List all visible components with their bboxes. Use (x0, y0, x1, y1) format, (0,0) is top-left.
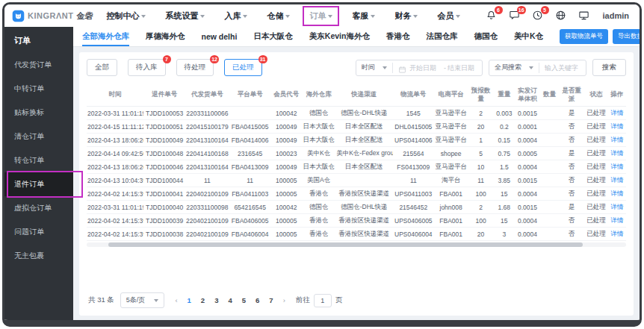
sidebar-item-9[interactable]: 无主包裹 (4, 244, 73, 268)
warehouse-tab-2[interactable]: 厚德海外仓 (146, 27, 185, 46)
cell: 美中K仓-Fedex ground (335, 147, 392, 160)
keyword-input[interactable] (539, 64, 586, 72)
detail-link[interactable]: 详情 (608, 107, 626, 120)
cell: 2316545 (229, 147, 271, 160)
cell: 0.0004 (515, 134, 541, 147)
cell (540, 174, 558, 187)
prev-page-button[interactable]: ‹ (175, 296, 177, 304)
sidebar-item-7[interactable]: 虚拟仓订单 (4, 196, 73, 220)
clock-icon[interactable]: 5 (532, 10, 544, 22)
action-button-1[interactable]: 获取物流单号 (560, 29, 608, 44)
warehouse-tab-3[interactable]: new delhi (202, 27, 238, 46)
search-scope-select[interactable]: 全局搜索 (489, 63, 539, 72)
message-badge: 16 (517, 6, 526, 14)
page-button-5[interactable]: 5 (242, 296, 246, 304)
page-button-2[interactable]: 2 (201, 296, 205, 304)
nav-item-label: 入库 (224, 10, 241, 22)
detail-link[interactable]: 详情 (608, 228, 626, 241)
cell: 100 (468, 214, 494, 228)
nav-item-label: 财务 (394, 10, 411, 22)
cell: 220331100066 (185, 107, 229, 120)
cell: 2022-04-13 10:04:39 (87, 174, 143, 187)
cell: 香港仓 (302, 228, 335, 241)
sidebar-item-5[interactable]: 转仓订单 (4, 148, 73, 172)
detail-link[interactable]: 详情 (608, 201, 626, 214)
sidebar-item-1[interactable]: 代发货订单 (4, 53, 73, 77)
nav-item-label: 系统设置 (165, 10, 198, 22)
cell: 100049 (270, 160, 302, 174)
warehouse-tab-9[interactable]: 美中K仓 (514, 27, 543, 46)
next-page-button[interactable]: › (283, 296, 285, 304)
horizontal-scrollbar[interactable] (87, 242, 626, 247)
app-window: KINGRΛNT 金砦 控制中心系统设置入库仓储订单客服财务会员 6 16 5 (2, 2, 642, 327)
sidebar-item-2[interactable]: 中转订单 (4, 77, 73, 101)
sidebar-item-8[interactable]: 问题订单 (4, 220, 73, 244)
cell: UPS0406004 (393, 228, 435, 241)
date-filter-group: 时间 - (356, 60, 483, 76)
search-button[interactable]: 搜索 (592, 59, 626, 76)
cell: 2 (468, 107, 494, 120)
detail-link[interactable]: 详情 (608, 214, 626, 228)
sidebar-item-6[interactable]: 退件订单 (4, 172, 73, 196)
date-start-input[interactable] (409, 64, 442, 72)
sidebar: 订单 代发货订单中转订单贴标换标清仓订单转仓订单退件订单虚拟仓订单问题订单无主包… (4, 27, 73, 320)
sidebar-item-4[interactable]: 清仓订单 (4, 125, 73, 148)
cell: 日本大阪仓 (302, 134, 335, 147)
detail-link[interactable]: 详情 (608, 160, 626, 174)
detail-link[interactable]: 详情 (608, 120, 626, 134)
status-filter-3[interactable]: 待处理12 (176, 59, 214, 76)
status-filter-2[interactable]: 待入库7 (128, 59, 166, 76)
filter-badge: 7 (163, 55, 171, 63)
page-size-select[interactable]: 5条/页 (120, 292, 165, 308)
monitor-icon[interactable] (578, 10, 590, 22)
page-button-1[interactable]: 1 (188, 296, 191, 304)
action-button-2[interactable]: 导出数据 (613, 29, 642, 44)
nav-item-4[interactable]: 仓储 (267, 10, 290, 22)
globe-icon[interactable] (555, 10, 567, 22)
date-end-input[interactable] (448, 64, 482, 72)
goto-page-input[interactable] (314, 294, 332, 307)
cell: TJDD100048 (143, 147, 185, 160)
nav-item-6[interactable]: 客服 (352, 10, 375, 22)
nav-item-8[interactable]: 会员 (437, 10, 460, 22)
cell: 15 (494, 187, 515, 201)
nav-item-5[interactable]: 订单 (309, 10, 332, 22)
cell: 日本大阪仓 (302, 120, 335, 134)
warehouse-tab-5[interactable]: 美东Kevin海外仓 (309, 27, 370, 46)
detail-link[interactable]: 详情 (608, 134, 626, 147)
cell (540, 107, 558, 120)
message-icon[interactable]: 16 (509, 10, 521, 22)
status-filter-1[interactable]: 全部 (87, 59, 117, 76)
status-filter-4[interactable]: 已处理31 (224, 59, 262, 76)
detail-link[interactable]: 详情 (608, 147, 626, 160)
page-button-4[interactable]: 4 (228, 296, 232, 304)
nav-item-2[interactable]: 系统设置 (165, 10, 205, 22)
page-button-7[interactable]: 7 (269, 296, 273, 304)
cell: 0.0001 (515, 120, 541, 134)
nav-item-3[interactable]: 入库 (224, 10, 247, 22)
calendar-icon (398, 63, 406, 72)
warehouse-tab-6[interactable]: 香港仓 (386, 27, 410, 46)
filter-row: 全部待入库7待处理12已处理31 时间 (87, 59, 626, 76)
username[interactable]: iadmin (603, 11, 629, 20)
warehouse-tab-1[interactable]: 全部海外仓库 (82, 27, 129, 46)
warehouse-tab-7[interactable]: 法国仓库 (426, 27, 457, 46)
column-header: 快递渠道 (335, 83, 392, 107)
sidebar-item-3[interactable]: 贴标换标 (4, 101, 73, 125)
detail-link[interactable]: 详情 (608, 187, 626, 201)
warehouse-tab-4[interactable]: 日本大阪仓 (253, 27, 293, 46)
warehouse-tab-8[interactable]: 德国仓 (474, 27, 498, 46)
page-button-3[interactable]: 3 (214, 296, 218, 304)
goto-label: 前往 (296, 295, 310, 305)
cell: 2022-04-13 18:06:20 (87, 134, 143, 147)
cell: 20 (468, 228, 494, 241)
detail-link[interactable]: 详情 (608, 174, 626, 187)
scrollbar-thumb[interactable] (108, 242, 583, 247)
nav-item-7[interactable]: 财务 (394, 10, 418, 22)
cell: TJDD100049 (143, 134, 185, 147)
nav-item-1[interactable]: 控制中心 (106, 10, 146, 22)
time-select[interactable]: 时间 (356, 63, 392, 72)
bell-icon[interactable]: 6 (486, 10, 498, 22)
page-button-6[interactable]: 6 (256, 296, 259, 304)
chevron-down-icon (243, 15, 247, 18)
